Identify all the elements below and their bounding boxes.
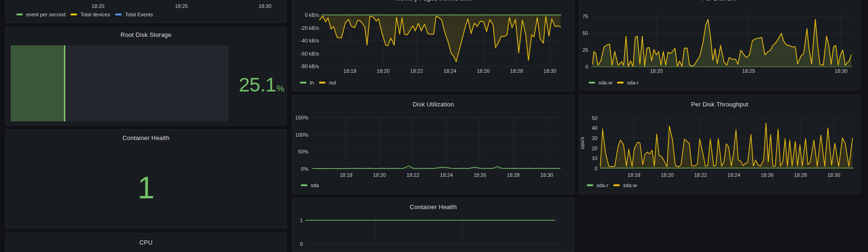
svg-text:-20 kB/s: -20 kB/s: [300, 25, 319, 31]
svg-text:0%: 0%: [301, 166, 308, 172]
svg-text:18:30: 18:30: [827, 172, 840, 178]
panel-events: 18:2018:2518:30 event per secondTotal de…: [5, 0, 287, 23]
grafana-dashboard: { "colors": { "green": "#73bf69", "yello…: [0, 0, 868, 252]
svg-text:18:28: 18:28: [510, 68, 523, 74]
events-chart-axis[interactable]: 18:2018:2518:30: [6, 0, 286, 22]
legend-item-sda[interactable]: sda: [301, 182, 319, 188]
svg-text:18:30: 18:30: [258, 3, 271, 9]
root-disk-value-unit: %: [277, 84, 285, 94]
svg-text:50: 50: [583, 30, 588, 36]
per-disk-throughput-legend: sda-rsda-w: [587, 182, 637, 188]
panel-container-health-stat: Container Health 1: [5, 129, 287, 228]
legend-item-sda-w[interactable]: sda-w: [589, 80, 612, 85]
legend-label: In: [310, 80, 314, 85]
legend-item-sda-r[interactable]: sda-r: [617, 80, 639, 85]
legend-item-sda-w[interactable]: sda-w: [613, 182, 637, 188]
panel-title-container-health[interactable]: Container Health: [6, 134, 286, 141]
disk-utilization-chart[interactable]: 150%100%50%0%18:1818:2018:2218:2418:2618…: [292, 96, 574, 194]
bar-gauge-track: [11, 45, 229, 121]
svg-text:18:28: 18:28: [794, 172, 807, 178]
legend-label: sda-w: [598, 80, 612, 85]
svg-text:18:25: 18:25: [175, 3, 188, 9]
legend-label: event per second: [26, 12, 65, 17]
svg-text:20: 20: [592, 146, 597, 151]
legend-item-sda-r[interactable]: sda-r: [587, 182, 608, 188]
container-health-chart[interactable]: 10: [292, 198, 574, 252]
svg-text:18:26: 18:26: [477, 68, 490, 74]
svg-text:0: 0: [585, 64, 588, 70]
legend-label: sda: [311, 182, 319, 188]
legend-item-total-events[interactable]: Total Events: [115, 12, 153, 17]
svg-text:0: 0: [595, 166, 597, 171]
panel-title-cpu[interactable]: CPU: [6, 239, 286, 246]
legend-color-dash: [587, 184, 593, 186]
svg-text:18:20: 18:20: [661, 172, 674, 178]
panel-memory-paged: Memory Paged from/to disk 0 kB/s-20 kB/s…: [292, 0, 575, 91]
bar-gauge-fill: [11, 45, 65, 121]
legend-item-total-devices[interactable]: Total devices: [70, 12, 110, 17]
legend-color-dash: [16, 14, 23, 15]
panel-per-disk-throughput: Per Disk Throughput 5040302010018:1818:2…: [579, 95, 861, 194]
legend-color-dash: [115, 14, 122, 15]
svg-text:30: 30: [592, 135, 597, 141]
svg-text:0: 0: [300, 241, 303, 247]
svg-text:18:28: 18:28: [507, 172, 520, 178]
svg-text:18:26: 18:26: [761, 172, 774, 178]
svg-text:50%: 50%: [298, 149, 308, 154]
svg-text:0 kB/s: 0 kB/s: [305, 12, 319, 18]
panel-disk-utilization: Disk Utilization 150%100%50%0%18:1818:20…: [292, 95, 575, 194]
svg-text:18:20: 18:20: [377, 68, 390, 74]
svg-text:50: 50: [592, 115, 597, 121]
svg-text:18:30: 18:30: [834, 68, 847, 74]
per-disk-bw-chart[interactable]: 755025018:2018:2518:30: [579, 0, 860, 90]
svg-text:25: 25: [583, 47, 588, 53]
panel-per-disk-bw: Per Disk BW 755025018:2018:2518:30 sda-w…: [579, 0, 861, 90]
svg-text:18:20: 18:20: [91, 3, 104, 9]
svg-text:40: 40: [592, 125, 597, 131]
legend-color-dash: [589, 82, 595, 84]
panel-root-disk-storage: Root Disk Storage 25.1 %: [5, 27, 287, 126]
legend-label: Total Events: [125, 12, 153, 17]
svg-text:-80 kB/s: -80 kB/s: [300, 63, 319, 69]
legend-label: sda-r: [597, 182, 608, 188]
panel-title-root-disk-storage[interactable]: Root Disk Storage: [6, 31, 286, 38]
per-disk-throughput-chart[interactable]: 5040302010018:1818:2018:2218:2418:2618:2…: [579, 95, 860, 194]
memory-paged-chart[interactable]: 0 kB/s-20 kB/s-40 kB/s-60 kB/s-80 kB/s18…: [292, 0, 574, 91]
disk-utilization-legend: sda: [301, 182, 319, 188]
memory-paged-legend: Inout: [300, 80, 336, 85]
svg-text:ops/s: ops/s: [579, 137, 585, 149]
legend-label: Total devices: [80, 12, 110, 17]
panel-container-health-chart: Container Health 10: [292, 198, 575, 252]
legend-color-dash: [70, 14, 77, 15]
legend-color-dash: [617, 82, 624, 84]
svg-text:18:26: 18:26: [473, 172, 486, 178]
svg-text:18:22: 18:22: [410, 68, 423, 74]
svg-text:18:18: 18:18: [340, 172, 353, 178]
legend-color-dash: [613, 184, 620, 186]
per-disk-bw-legend: sda-wsda-r: [589, 80, 639, 85]
legend-item-event-per-second[interactable]: event per second: [16, 12, 65, 17]
svg-text:18:24: 18:24: [444, 68, 457, 74]
svg-text:18:24: 18:24: [440, 172, 453, 178]
svg-text:18:30: 18:30: [540, 172, 553, 178]
svg-text:18:20: 18:20: [373, 172, 386, 178]
svg-text:18:20: 18:20: [650, 68, 663, 74]
legend-color-dash: [319, 82, 326, 84]
svg-text:18:25: 18:25: [742, 68, 755, 74]
legend-item-in[interactable]: In: [300, 80, 314, 85]
events-legend: event per secondTotal devicesTotal Event…: [16, 12, 153, 17]
legend-color-dash: [301, 184, 307, 186]
svg-text:18:30: 18:30: [543, 68, 556, 74]
legend-item-out[interactable]: out: [319, 80, 336, 85]
root-disk-value-number: 25.1: [239, 74, 276, 96]
legend-label: sda-r: [627, 80, 639, 85]
svg-text:18:22: 18:22: [407, 172, 420, 178]
svg-text:18:18: 18:18: [627, 172, 640, 178]
svg-text:10: 10: [592, 155, 597, 161]
svg-text:150%: 150%: [295, 115, 308, 120]
panel-cpu: CPU: [5, 233, 287, 252]
legend-label: sda-w: [623, 182, 637, 188]
svg-text:18:18: 18:18: [343, 68, 356, 74]
svg-text:18:24: 18:24: [728, 172, 741, 178]
svg-text:100%: 100%: [295, 132, 308, 138]
